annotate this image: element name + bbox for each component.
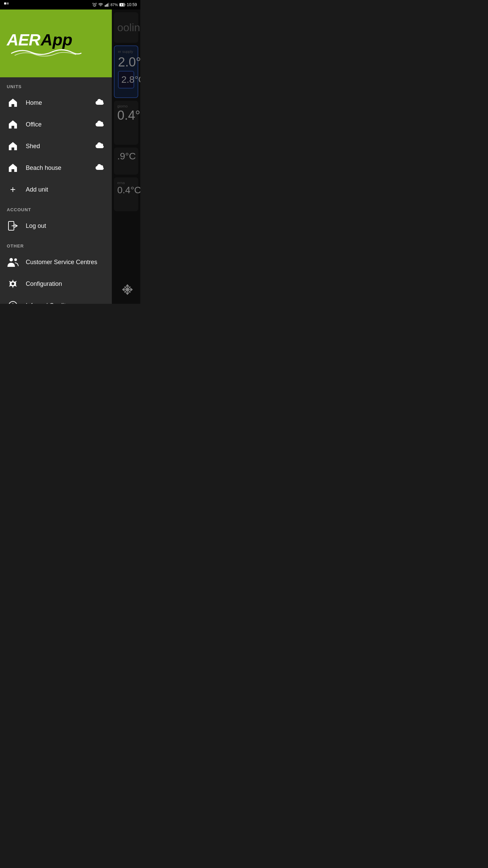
beach-house-cloud-icon: [96, 164, 105, 172]
battery-percent: 87%: [110, 3, 118, 7]
menu-label-home: Home: [26, 99, 42, 106]
time: 10:59: [127, 2, 137, 7]
logout-icon: [7, 220, 19, 232]
info-icon: [7, 299, 19, 304]
svg-rect-4: [105, 5, 105, 7]
svg-rect-9: [125, 4, 125, 6]
section-other-header: OTHER: [0, 237, 112, 251]
menu-label-beach-house: Beach house: [26, 164, 61, 172]
status-bar: 87% 10:59: [0, 0, 140, 9]
navigation-drawer: AER App UNITS Home: [0, 9, 112, 304]
office-icon: [7, 118, 19, 131]
svg-rect-5: [106, 4, 107, 7]
drawer-header: AER App: [0, 9, 112, 77]
menu-item-configuration[interactable]: Configuration: [0, 273, 112, 295]
drawer-overlay[interactable]: AER App UNITS Home: [0, 9, 140, 304]
menu-item-add-unit[interactable]: + Add unit: [0, 179, 112, 200]
menu-item-home[interactable]: Home: [0, 92, 112, 114]
svg-rect-0: [4, 2, 6, 4]
logo-container: AER App: [7, 31, 83, 57]
add-unit-icon: +: [7, 183, 19, 196]
svg-rect-6: [107, 4, 108, 7]
menu-label-office: Office: [26, 121, 42, 128]
svg-rect-7: [108, 3, 109, 7]
customer-service-icon: [7, 256, 19, 268]
menu-label-logout: Log out: [26, 222, 46, 230]
home-cloud-icon: [96, 99, 105, 107]
section-units-header: UNITS: [0, 77, 112, 92]
logo-wave-icon: [8, 46, 83, 57]
battery-icon: [119, 3, 125, 7]
svg-point-3: [100, 6, 101, 6]
menu-item-office[interactable]: Office: [0, 114, 112, 135]
svg-point-15: [12, 282, 14, 285]
menu-label-add-unit: Add unit: [26, 186, 48, 193]
signal-icon: [104, 2, 109, 7]
menu-label-info-credits: Info and Credits: [26, 302, 69, 304]
svg-point-13: [14, 258, 17, 261]
shed-icon: [7, 140, 19, 152]
section-account-header: ACCOUNT: [0, 200, 112, 215]
move-icon: [121, 283, 134, 297]
app-icon: [3, 2, 9, 8]
menu-label-shed: Shed: [26, 143, 40, 150]
menu-item-customer-service[interactable]: Customer Service Centres: [0, 251, 112, 273]
menu-item-beach-house[interactable]: Beach house: [0, 157, 112, 179]
svg-point-17: [13, 303, 14, 304]
menu-label-customer-service: Customer Service Centres: [26, 259, 97, 266]
menu-item-shed[interactable]: Shed: [0, 135, 112, 157]
beach-house-icon: [7, 162, 19, 174]
status-bar-right: 87% 10:59: [92, 2, 137, 7]
configuration-gear-icon: [7, 278, 19, 290]
menu-label-configuration: Configuration: [26, 280, 62, 288]
wifi-icon: [98, 2, 103, 7]
home-icon: [7, 97, 19, 109]
svg-rect-1: [7, 2, 9, 4]
menu-item-logout[interactable]: Log out: [0, 215, 112, 237]
svg-point-12: [9, 258, 13, 261]
alarm-icon: [92, 2, 97, 7]
menu-item-info-credits[interactable]: Info and Credits: [0, 295, 112, 304]
office-cloud-icon: [96, 120, 105, 129]
shed-cloud-icon: [96, 142, 105, 150]
